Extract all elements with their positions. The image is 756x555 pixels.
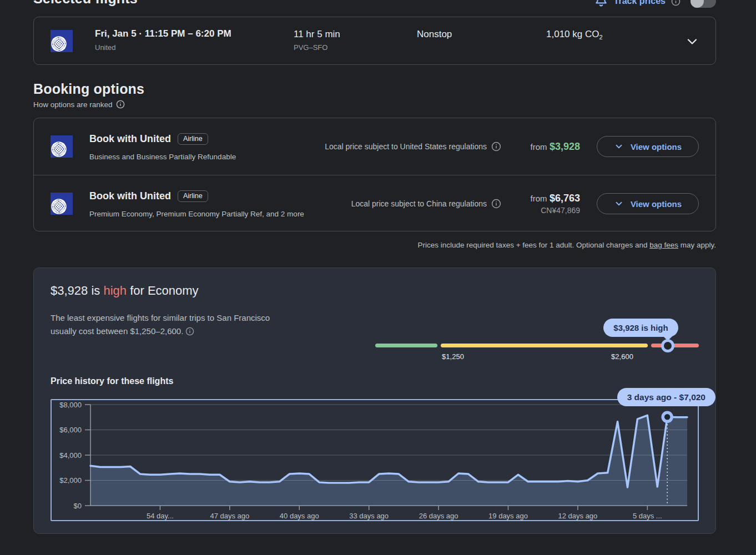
selected-flight-card[interactable]: Fri, Jan 5 · 11:15 PM – 6:20 PM United 1… xyxy=(33,17,716,65)
option-fares: Premium Economy, Premium Economy Partial… xyxy=(89,210,304,218)
svg-text:5 days ...: 5 days ... xyxy=(633,512,662,520)
track-prices-label[interactable]: Track prices xyxy=(614,0,666,6)
insights-description: The least expensive flights for similar … xyxy=(51,311,270,338)
svg-text:54 day...: 54 day... xyxy=(147,512,174,520)
option-fares: Business and Business Partially Refundab… xyxy=(89,153,236,161)
airline-badge: Airline xyxy=(178,133,208,145)
united-logo-icon xyxy=(51,30,73,52)
page: Selected flights Track prices xyxy=(0,0,756,555)
united-logo-icon xyxy=(51,135,73,158)
svg-text:$8,000: $8,000 xyxy=(59,401,82,409)
slider-typical-segment xyxy=(441,344,648,347)
price-level-text: high xyxy=(103,284,127,297)
secondary-price: CN¥47,869 xyxy=(510,206,580,215)
svg-text:$0: $0 xyxy=(74,502,82,510)
flight-emissions: 1,010 kg CO2 xyxy=(546,29,603,41)
ranking-info-label: How options are ranked xyxy=(33,100,113,109)
booking-option-row: Book with United Airline Business and Bu… xyxy=(34,118,715,175)
booking-options-heading: Booking options xyxy=(33,81,144,97)
svg-text:47 days ago: 47 days ago xyxy=(210,512,249,520)
track-prices-control[interactable]: Track prices xyxy=(594,0,716,10)
svg-text:12 days ago: 12 days ago xyxy=(558,512,597,520)
ranking-info-icon[interactable] xyxy=(116,100,125,109)
range-high-label: $2,600 xyxy=(597,352,647,361)
price-from-label: from xyxy=(530,142,547,152)
insights-title: $3,928 is high for Economy xyxy=(51,284,199,298)
chevron-down-icon xyxy=(614,142,624,152)
option-title: Book with United xyxy=(89,190,171,202)
price-history-title: Price history for these flights xyxy=(51,376,173,386)
price-value: $3,928 xyxy=(550,141,580,152)
svg-text:$6,000: $6,000 xyxy=(59,426,82,434)
flight-route: PVG–SFO xyxy=(294,43,327,52)
regulation-note: Local price subject to United States reg… xyxy=(325,142,501,152)
flight-stops: Nonstop xyxy=(417,29,452,40)
united-logo-icon xyxy=(51,193,73,215)
price-history-chart[interactable]: $0$2,000$4,000$6,000$8,00054 day...47 da… xyxy=(51,399,699,521)
price-alert-bell-icon xyxy=(594,0,608,7)
svg-text:33 days ago: 33 days ago xyxy=(349,512,389,520)
bag-fees-link[interactable]: bag fees xyxy=(649,241,678,249)
price-insights-card: $3,928 is high for Economy The least exp… xyxy=(33,268,716,534)
regulation-info-icon[interactable] xyxy=(491,199,501,209)
slider-high-segment xyxy=(651,344,699,347)
chart-tooltip: 3 days ago - $7,020 xyxy=(617,388,715,406)
expand-flight-chevron-icon[interactable] xyxy=(684,34,700,49)
view-options-button[interactable]: View options xyxy=(597,136,699,157)
regulation-note: Local price subject to China regulations xyxy=(351,199,501,209)
svg-text:19 days ago: 19 days ago xyxy=(488,512,528,520)
price-block: from $6,763 CN¥47,869 xyxy=(510,193,580,215)
booking-options-card: Book with United Airline Business and Bu… xyxy=(33,118,716,231)
price-value: $6,763 xyxy=(550,193,580,204)
range-low-label: $1,250 xyxy=(428,352,478,361)
booking-disclaimer: Prices include required taxes + fees for… xyxy=(418,241,716,249)
svg-text:$2,000: $2,000 xyxy=(59,476,82,485)
svg-text:40 days ago: 40 days ago xyxy=(280,512,319,520)
track-prices-info-icon[interactable] xyxy=(671,0,681,6)
svg-text:$4,000: $4,000 xyxy=(59,451,82,460)
booking-option-row: Book with United Airline Premium Economy… xyxy=(34,175,715,232)
price-block: from $3,928 xyxy=(510,141,580,153)
svg-text:26 days ago: 26 days ago xyxy=(419,512,458,520)
flight-duration: 11 hr 5 min xyxy=(294,29,340,40)
track-prices-toggle[interactable] xyxy=(691,0,716,8)
ranking-info-row: How options are ranked xyxy=(33,100,125,109)
slider-low-segment xyxy=(375,344,437,347)
flight-datetime: Fri, Jan 5 · 11:15 PM – 6:20 PM xyxy=(95,28,231,39)
regulation-info-icon[interactable] xyxy=(491,142,501,152)
airline-badge: Airline xyxy=(178,190,208,202)
view-options-button[interactable]: View options xyxy=(597,193,699,214)
option-title: Book with United xyxy=(89,133,171,145)
price-from-label: from xyxy=(530,194,547,203)
slider-price-marker xyxy=(661,339,674,352)
typical-range-info-icon[interactable] xyxy=(185,327,194,336)
selected-flights-heading: Selected flights xyxy=(33,0,138,7)
flight-airline: United xyxy=(95,43,116,52)
price-level-tooltip: $3,928 is high xyxy=(603,319,678,337)
toggle-knob xyxy=(691,0,704,8)
chevron-down-icon xyxy=(614,199,624,209)
